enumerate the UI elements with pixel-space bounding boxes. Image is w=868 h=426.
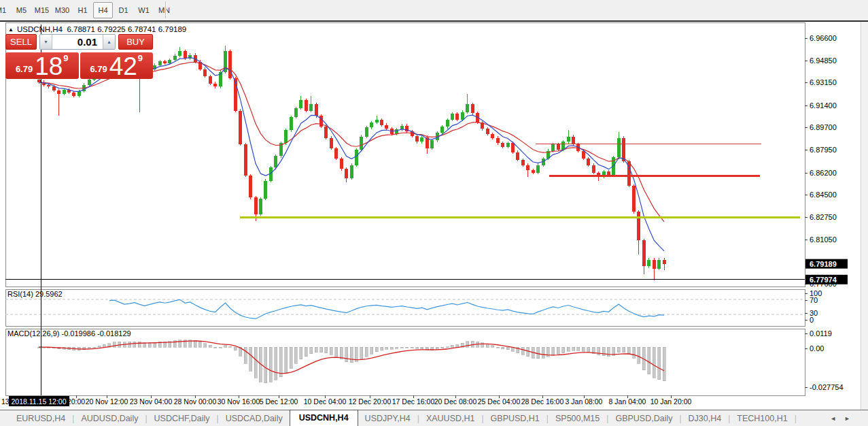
macd-histogram-bar [345, 347, 348, 362]
time-axis-label: 8 Jan 04:00 [609, 397, 646, 406]
time-axis-label: 17 Dec 16:00 [392, 397, 435, 406]
candle-body [561, 142, 565, 149]
macd-histogram-bar [370, 347, 373, 354]
chart-tab-xauusd[interactable]: XAUUSD,H1 [419, 411, 482, 426]
candle-body [622, 138, 625, 161]
chart-tab-usdcnh[interactable]: USDCNH,H4 [290, 410, 358, 426]
macd-histogram-bar [557, 347, 559, 355]
candle-body [63, 90, 66, 94]
time-axis-label: 10 Dec 04:00 [304, 397, 347, 406]
buy-quote-box[interactable]: 6.79 42 9 [80, 52, 154, 79]
candle-body [486, 129, 489, 134]
macd-histogram-bar [506, 347, 509, 350]
candle-body [52, 86, 56, 91]
macd-histogram-bar [406, 347, 409, 348]
macd-histogram-bar [451, 345, 453, 347]
time-axis-label: 20 Dec 08:00 [434, 397, 477, 406]
window-right-margin [861, 22, 868, 410]
macd-histogram-bar [198, 342, 201, 347]
macd-histogram-bar [390, 347, 393, 349]
macd-histogram-bar [98, 346, 101, 347]
candle-body [213, 84, 217, 87]
macd-histogram-bar [234, 347, 237, 350]
candle-body [88, 80, 91, 85]
macd-histogram-bar [249, 347, 252, 371]
candle-body [466, 104, 469, 112]
candle-body [57, 91, 60, 94]
macd-histogram-bar [294, 347, 297, 363]
pane-border [5, 289, 805, 326]
macd-histogram-bar [204, 344, 207, 347]
macd-histogram-bar [436, 347, 438, 349]
candle-body [551, 144, 555, 151]
chart-shift-icon[interactable]: ▲ [8, 27, 14, 33]
chart-tab-sp500[interactable]: SP500,M15 [549, 411, 606, 426]
macd-histogram-bar [446, 347, 449, 348]
candle-body [350, 165, 353, 178]
symbol-ohlc-header: ▲USDCNH,H4 6.78871 6.79225 6.78741 6.791… [8, 25, 186, 33]
candle-body [582, 151, 585, 159]
price-axis-label: 6.86200 [810, 169, 837, 177]
chart-tab-tech100[interactable]: TECH100,H1 [730, 411, 794, 426]
macd-histogram-bar [396, 347, 398, 348]
chart-tab-usdjpy[interactable]: USDJPY,H4 [358, 411, 417, 426]
volume-input[interactable]: 0.01 [52, 35, 103, 49]
volume-decrease-icon[interactable]: ▼ [40, 35, 52, 49]
pane-border [5, 329, 805, 395]
time-axis-label: 10 Jan 20:00 [650, 397, 692, 406]
macd-histogram-bar [375, 347, 378, 352]
macd-histogram-bar [471, 341, 474, 347]
chart-tab-usdcad[interactable]: USDCAD,Daily [219, 411, 290, 426]
chart-tab-audusd[interactable]: AUDUSD,Daily [74, 411, 145, 426]
time-axis-label: 30 Nov 16:00 [218, 397, 260, 406]
macd-histogram-bar [275, 347, 277, 380]
macd-histogram-bar [623, 347, 625, 353]
indicator-axis-label: -0.027754 [810, 383, 844, 391]
candle-body [511, 143, 515, 152]
macd-histogram-bar [264, 347, 267, 383]
candle-body [360, 137, 363, 150]
time-axis-label: 20 Nov 12:00 [86, 397, 128, 406]
macd-histogram-bar [607, 347, 610, 357]
macd-histogram-bar [562, 347, 565, 353]
macd-histogram-bar [93, 347, 96, 348]
candle-body [430, 140, 434, 148]
macd-histogram-bar [658, 347, 661, 380]
candle-body [264, 181, 267, 199]
candle-body [451, 114, 454, 120]
sell-quote-box[interactable]: 6.79 18 9 [5, 52, 79, 79]
price-axis-label: 6.94850 [810, 56, 837, 65]
buy-button[interactable]: BUY [118, 34, 153, 50]
macd-histogram-bar [229, 346, 232, 347]
chart-tab-gbpusd[interactable]: GBPUSD,Daily [608, 411, 679, 426]
chart-tab-gbpusd[interactable]: GBPUSD,H1 [484, 411, 546, 426]
macd-histogram-bar [315, 347, 317, 353]
buy-price-pip: 9 [138, 53, 143, 63]
candle-body [178, 51, 181, 56]
candle-body [249, 176, 252, 197]
indicator-axis-label: 0 [810, 316, 814, 324]
candle-body [532, 170, 535, 173]
candle-body [592, 165, 595, 173]
macd-histogram-bar [320, 347, 323, 353]
sell-button[interactable]: SELL [5, 34, 37, 50]
macd-histogram-bar [441, 347, 444, 348]
candle-body [173, 56, 177, 61]
time-axis-label: 5 Dec 12:00 [260, 397, 298, 406]
chart-tab-usdchf[interactable]: USDCHF,Daily [147, 411, 217, 426]
candle-body [274, 156, 277, 167]
macd-histogram-bar [602, 347, 605, 356]
tab-scroll-right-icon[interactable]: ► [844, 415, 850, 422]
macd-histogram-bar [577, 347, 580, 350]
macd-histogram-bar [254, 347, 257, 378]
chart-tab-eurusd[interactable]: EURUSD,H4 [10, 411, 72, 426]
tab-scroll-left-icon[interactable]: ◄ [830, 415, 836, 422]
rsi-indicator-label: RSI(14) 29.5962 [7, 290, 63, 298]
chart-tab-dj30[interactable]: DJ30,H4 [682, 411, 729, 426]
macd-histogram-bar [411, 347, 413, 348]
macd-histogram-bar [219, 347, 222, 348]
macd-histogram-bar [552, 347, 555, 355]
volume-increase-icon[interactable]: ▲ [103, 35, 115, 49]
candle-body [365, 127, 368, 136]
candle-body [309, 104, 313, 111]
